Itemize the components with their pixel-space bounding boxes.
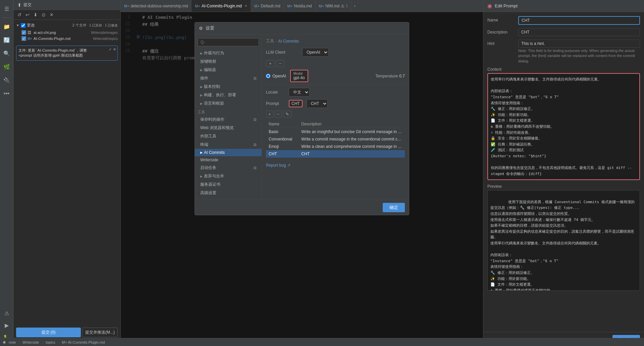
changes-checkbox[interactable]: [21, 23, 25, 28]
llm-client-select[interactable]: OpenAI: [302, 48, 329, 57]
nav-label: AI Commits: [204, 150, 225, 155]
status-sep1: ›: [18, 340, 20, 344]
tab-default[interactable]: M+ Default.md: [251, 0, 284, 12]
settings-search-input[interactable]: [198, 38, 259, 46]
model-label: Model: [293, 72, 305, 75]
commit-button[interactable]: 提交 (0): [16, 328, 81, 337]
nav-item-languages[interactable]: ▶ 语言和框架: [195, 99, 262, 108]
nav-item-build[interactable]: ▶ 构建、执行、部署: [195, 91, 262, 99]
prompt-value: CHT: [291, 101, 300, 106]
locale-label: Locale: [266, 90, 286, 95]
item-checkbox-1[interactable]: ✓: [21, 30, 26, 35]
git-icon[interactable]: 🌿: [1, 61, 13, 73]
prompt-label: Prompt: [266, 101, 286, 106]
edit-prompt-btn[interactable]: ✎: [283, 111, 291, 118]
editor-content[interactable]: 1 # AI Commits Plugin 21 ## 结果 22 23 🖼 !…: [121, 12, 483, 346]
more-icon[interactable]: •••: [1, 88, 13, 100]
name-input[interactable]: [518, 16, 640, 25]
settings-title-text: 设置: [206, 25, 214, 31]
plugins-icon: ⊡: [254, 76, 256, 80]
prompt-box: CHT: [289, 100, 303, 107]
settings-dialog: ⚙ 设置 ▶ 外观与行为 按键映射: [195, 22, 409, 215]
temperature-label: Temperature: [375, 74, 398, 78]
msg-close-icon[interactable]: ✕: [113, 47, 116, 52]
settings-body: ▶ 外观与行为 按键映射 ▶ 编辑器 插件 ⊡: [195, 34, 409, 200]
nav-item-keymap[interactable]: 按键映射: [195, 57, 262, 66]
locale-select[interactable]: 中文: [289, 88, 310, 97]
table-row[interactable]: Emoji Write a clean and comprehensive co…: [266, 143, 405, 150]
search-icon[interactable]: 🔍: [1, 47, 13, 59]
changes-header[interactable]: ▼ 更改 2 个文件 1 已添加 · 1 已修改: [13, 21, 120, 30]
nav-item-server-certs[interactable]: 服务器证书: [195, 180, 262, 189]
changes-badge: 1 已添加 · 1 已修改: [89, 23, 118, 28]
refresh-btn[interactable]: ↺: [16, 11, 23, 18]
llm-client-row: LLM Client OpenAI: [266, 48, 405, 57]
nav-item-vcs[interactable]: ▶ 版本控制: [195, 82, 262, 91]
settings-btn[interactable]: ⊙: [40, 11, 47, 18]
tabs-overflow[interactable]: ›: [352, 4, 358, 8]
menu-icon[interactable]: ☰: [1, 3, 13, 15]
report-bug-link[interactable]: Report bug ↗: [266, 163, 405, 168]
table-row[interactable]: Conventional Write a commit message in t…: [266, 135, 405, 143]
tab-prefix-3: M+: [254, 4, 260, 8]
terminal-icon[interactable]: ▶: [1, 319, 13, 331]
commit-msg-line1: 文件: 更新 `AI-Commits-Plugin.md`，调整: [18, 48, 115, 53]
item-checkbox-2[interactable]: ✓: [21, 36, 26, 41]
table-row-cht[interactable]: CHT CHT: [266, 150, 405, 158]
nav-item-browser[interactable]: Web 浏览器和预览: [195, 124, 262, 132]
tab-close-2[interactable]: ✕: [245, 4, 247, 8]
close-btn[interactable]: ✕: [48, 11, 55, 18]
nav-item-appearance[interactable]: ▶ 外观与行为: [195, 49, 262, 57]
table-row[interactable]: Basic Write an insightful but concise Gi…: [266, 128, 405, 136]
plugins-icon[interactable]: 🔌: [1, 74, 13, 86]
nav-item-aicommits[interactable]: ▶ AI Commits: [195, 149, 262, 156]
remove-provider-btn[interactable]: −: [276, 60, 285, 67]
undo-btn[interactable]: ↩: [24, 11, 31, 18]
md-file-icon: M+: [28, 37, 32, 41]
nav-item-advanced[interactable]: 高级设置: [195, 189, 262, 197]
nav-item-external[interactable]: 外部工具: [195, 132, 262, 140]
nav-item-startup[interactable]: 启动任务 ⊡: [195, 164, 262, 172]
table-toolbar: + − ✎: [266, 111, 405, 118]
content-box[interactable]: 使用單行代碼塊來表示變數名、文件路徑或任何與代碼相關的元素。 內部術語表： "I…: [487, 73, 640, 180]
settings-title: ⚙ 设置: [195, 22, 409, 34]
settings-sidebar: ▶ 外观与行为 按键映射 ▶ 编辑器 插件 ⊡: [195, 34, 262, 200]
remove-prompt-btn[interactable]: −: [275, 111, 282, 118]
status-icon: ◉: [3, 340, 6, 344]
status-writerside: Writerside: [22, 340, 39, 344]
nav-item-editor[interactable]: ▶ 编辑器: [195, 66, 262, 74]
problems-icon[interactable]: ⚠: [1, 307, 13, 319]
tab-nvidia[interactable]: M+ Nvidia.md: [284, 0, 316, 12]
download-btn[interactable]: ⬇: [32, 11, 39, 18]
vcs-icon[interactable]: 🔄: [1, 34, 13, 46]
preview-text: 使用下面提供的差異，根據 Conventional Commits 格式創建一條…: [490, 200, 635, 291]
tab-label-2: AI-Commits-Plugin.md: [202, 4, 242, 8]
startup-icon: ⊡: [254, 166, 256, 170]
nav-label: 外部工具: [200, 133, 216, 139]
tab-aicommits[interactable]: M+ AI-Commits-Plugin.md ✕: [192, 0, 251, 12]
nav-label: Web 浏览器和预览: [200, 125, 234, 131]
image-file-icon: 🖼: [28, 31, 32, 35]
settings-gear-icon: ⚙: [199, 26, 203, 31]
openai-radio[interactable]: [266, 74, 270, 78]
confirm-button[interactable]: 确定: [383, 203, 405, 212]
commit-push-button[interactable]: 提交并推送(M...): [82, 328, 118, 337]
nav-item-diff[interactable]: ▶ 差异与合并: [195, 172, 262, 180]
breadcrumb: 工具 › AI Commits: [266, 38, 405, 44]
hint-label: Hint: [487, 40, 514, 46]
prompt-select[interactable]: CHT: [307, 99, 328, 108]
add-prompt-btn[interactable]: +: [266, 111, 273, 118]
nav-item-terminal[interactable]: 终端 ⊡: [195, 140, 262, 149]
commit-buttons: 提交 (0) 提交并推送(M...): [13, 326, 120, 339]
msg-ok-icon[interactable]: ✓: [109, 47, 112, 52]
nav-item-writerside[interactable]: Writerside: [195, 156, 262, 164]
add-provider-btn[interactable]: +: [266, 60, 275, 67]
tab-detected[interactable]: M+ detected-dubious-ownership.md: [121, 0, 192, 12]
tab-bar: M+ detected-dubious-ownership.md M+ AI-C…: [121, 0, 483, 12]
nav-item-save[interactable]: 保存时的操作 ⊡: [195, 115, 262, 124]
tab-nim[interactable]: M+ NIM.md ⚠ 1: [316, 0, 352, 12]
status-topics: topics: [46, 340, 55, 344]
nav-item-plugins[interactable]: 插件 ⊡: [195, 74, 262, 82]
explorer-icon[interactable]: 📁: [1, 20, 13, 33]
commit-message-text[interactable]: 文件: 更新 `AI-Commits-Plugin.md`，调整 <prompt…: [18, 48, 115, 58]
